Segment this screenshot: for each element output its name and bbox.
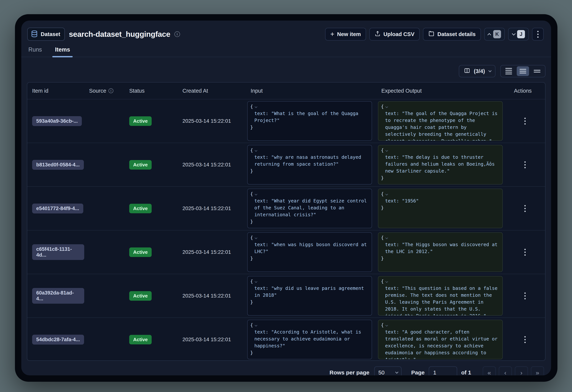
status-badge: Active [129,291,152,301]
table-row: c65f41c8-1131-4d... Active 2025-03-14 15… [27,230,545,274]
expected-output-json-viewer[interactable]: { text: "This question is based on a fal… [378,276,503,316]
status-badge: Active [129,335,152,344]
collapse-chevron-icon[interactable] [255,280,257,283]
columns-icon [464,68,470,75]
item-id-pill[interactable]: c65f41c8-1131-4d... [32,244,84,260]
row-actions-menu-button[interactable] [523,247,527,258]
item-id-pill[interactable]: b813ed0f-0584-4... [32,160,84,170]
kebab-icon [524,292,526,294]
expected-output-json-viewer[interactable]: { text: "The delay is due to thruster fa… [378,145,503,185]
columns-visibility-button[interactable]: (3/4) [459,65,495,77]
tab-runs[interactable]: Runs [27,46,43,57]
input-json-viewer[interactable]: { text: "why are nasa astronauts delayed… [247,145,372,185]
collapse-chevron-icon[interactable] [255,105,257,108]
input-json-viewer[interactable]: { text: "What year did Egypt seize contr… [247,189,372,228]
row-actions-menu-button[interactable] [523,159,527,170]
kebab-icon [524,161,526,163]
input-json-viewer[interactable]: { text: "why did us leave paris agreemen… [247,276,372,316]
item-id-pill[interactable]: e5401772-84f9-4... [32,204,83,213]
page-group: Page of 1 [411,366,471,375]
input-json-viewer[interactable]: { text: "According to Aristotle, what is… [247,320,372,359]
density-compact-button[interactable] [503,66,515,76]
collapse-chevron-icon[interactable] [385,280,388,283]
next-item-shortcut-button[interactable]: J [508,28,529,41]
collapse-chevron-icon[interactable] [385,236,388,239]
collapse-chevron-icon[interactable] [385,149,388,152]
header-actions: + New item Upload CSV [325,28,544,41]
item-id-pill[interactable]: 60a392da-81ad-4... [32,288,84,304]
expected-output-json-viewer[interactable]: { text: "The goal of the Quagga Project … [378,101,503,141]
title-info-icon[interactable]: i [175,31,180,37]
database-icon [31,30,38,38]
collapse-chevron-icon[interactable] [255,193,257,195]
source-info-icon[interactable]: i [109,88,113,93]
status-badge: Active [129,116,152,126]
created-at-cell: 2025-03-14 15:22:01 [178,337,246,343]
app-surface: Dataset search-dataset_huggingface i + N… [21,20,551,375]
app-header: Dataset search-dataset_huggingface i + N… [21,20,551,41]
tabs-bar: Runs Items [21,46,551,57]
collapse-chevron-icon[interactable] [385,193,388,195]
expected-output-json-text: text: "A good character, often translate… [381,329,499,359]
collapse-chevron-icon[interactable] [385,324,388,327]
last-page-button[interactable]: » [531,366,544,375]
upload-csv-label: Upload CSV [383,31,414,37]
table-toolbar: (3/4) [27,65,545,77]
row-actions-menu-button[interactable] [523,334,527,345]
column-header-input: Input [246,88,377,94]
row-actions-menu-button[interactable] [523,203,527,214]
collapse-chevron-icon[interactable] [385,105,388,108]
density-tall-button[interactable] [531,66,543,76]
prev-item-shortcut-button[interactable]: K [484,28,505,41]
page-number-input[interactable] [429,366,457,375]
created-at-cell: 2025-03-14 15:22:01 [178,162,246,168]
pagination-bar: Rows per page 50 Page of 1 « ‹ › » [27,366,545,375]
item-id-pill[interactable]: 593a40a9-36cb-... [32,116,82,126]
table-row: 593a40a9-36cb-... Active 2025-03-14 15:2… [27,99,545,143]
page-total-label: of 1 [461,369,471,375]
dataset-badge-label: Dataset [41,31,60,37]
table-row: b813ed0f-0584-4... Active 2025-03-14 15:… [27,143,545,186]
collapse-chevron-icon[interactable] [255,236,257,239]
chevron-down-icon [395,371,398,374]
row-density-toggle [500,65,545,77]
pager-buttons: « ‹ › » [483,366,544,375]
desktop-background: Dataset search-dataset_huggingface i + N… [0,0,572,392]
row-actions-menu-button[interactable] [523,116,527,126]
column-header-status: Status [124,88,178,94]
density-medium-button[interactable] [517,66,529,76]
dataset-details-button[interactable]: Dataset details [423,28,481,41]
upload-csv-button[interactable]: Upload CSV [369,28,420,41]
rows-per-page-select[interactable]: 50 [374,366,401,375]
collapse-chevron-icon[interactable] [255,324,257,327]
table-header-row: Item id Source i Status Created At Input… [27,82,545,99]
expected-output-json-viewer[interactable]: { text: "1956" } [378,189,503,228]
input-json-viewer[interactable]: { text: "when was higgs boson discoverd … [247,232,372,272]
kebab-icon [524,249,526,250]
next-page-button[interactable]: › [515,366,528,375]
input-json-viewer[interactable]: { text: "What is the goal of the Quagga … [247,101,372,141]
rows-per-page-value: 50 [378,369,384,375]
keycap-j: J [517,30,525,38]
chevron-down-icon [488,69,492,72]
columns-count-label: (3/4) [474,68,485,74]
input-json-text: text: "why did us leave paris agreement … [250,285,369,299]
kebab-icon [524,205,526,206]
previous-page-button[interactable]: ‹ [499,366,512,375]
column-header-actions: Actions [509,88,545,94]
row-actions-menu-button[interactable] [523,291,527,301]
new-item-button[interactable]: + New item [325,28,366,41]
collapse-chevron-icon[interactable] [255,149,257,152]
first-page-button[interactable]: « [483,366,496,375]
status-badge: Active [129,204,152,213]
tab-items[interactable]: Items [54,46,71,57]
expected-output-json-viewer[interactable]: { text: "A good character, often transla… [378,320,503,359]
item-id-pill[interactable]: 54dbdc28-7afa-4... [32,335,84,345]
kebab-icon [524,336,526,337]
header-overflow-menu-button[interactable] [532,28,544,41]
expected-output-json-text: text: "1956" [381,197,499,204]
rows-per-page-label: Rows per page [330,369,369,375]
created-at-cell: 2025-03-14 15:22:01 [178,293,246,299]
page-title: search-dataset_huggingface [69,30,170,39]
expected-output-json-viewer[interactable]: { text: "The Higgs boson was discovered … [378,232,503,272]
